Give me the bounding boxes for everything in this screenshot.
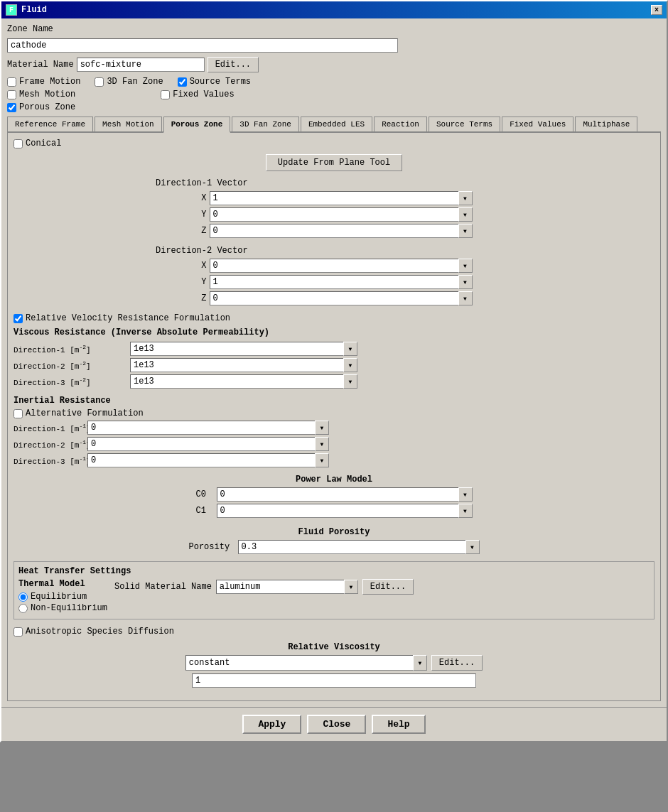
- solid-material-input[interactable]: [216, 580, 344, 594]
- direction1-y-input[interactable]: [210, 207, 458, 222]
- power-c0-input-container: ▼: [217, 487, 473, 502]
- tab-mesh-motion[interactable]: Mesh Motion: [95, 117, 162, 131]
- tab-3d-fan-zone[interactable]: 3D Fan Zone: [232, 117, 299, 131]
- relative-viscosity-dropdown-btn[interactable]: ▼: [413, 655, 427, 671]
- conical-check[interactable]: [14, 139, 23, 148]
- direction2-z-dropdown-btn[interactable]: ▼: [458, 291, 473, 305]
- power-c0-label: C0: [196, 489, 214, 499]
- power-c0-row: C0 ▼: [196, 487, 473, 502]
- tab-fixed-values[interactable]: Fixed Values: [502, 117, 573, 131]
- 3d-fan-zone-check[interactable]: [95, 77, 104, 87]
- update-from-plane-tool-button[interactable]: Update From Plane Tool: [266, 154, 402, 171]
- equilibrium-radio[interactable]: [18, 592, 28, 602]
- fluid-dialog: F Fluid × Zone Name Material Name Edit..…: [0, 0, 668, 742]
- inertial-dir1-dropdown-btn[interactable]: ▼: [315, 421, 329, 435]
- solid-material-dropdown-btn[interactable]: ▼: [344, 580, 358, 594]
- direction1-y-dropdown-btn[interactable]: ▼: [458, 207, 473, 222]
- porous-zone-check[interactable]: [7, 103, 16, 112]
- direction2-x-row: X ▼: [196, 259, 473, 273]
- fixed-values-label: Fixed Values: [173, 90, 234, 99]
- fixed-values-check[interactable]: [161, 90, 170, 99]
- viscous-dir2-dropdown-btn[interactable]: ▼: [343, 358, 357, 372]
- zone-name-input-row: [7, 38, 661, 53]
- inertial-dir2-dropdown-btn[interactable]: ▼: [315, 437, 329, 451]
- viscous-dir3-row: Direction-3 [m-2] ▼: [14, 374, 654, 389]
- inertial-dir2-input-container: ▼: [87, 437, 329, 451]
- apply-button[interactable]: Apply: [242, 715, 301, 734]
- mesh-motion-check[interactable]: [7, 90, 16, 99]
- porosity-input[interactable]: [238, 540, 465, 554]
- close-icon[interactable]: ×: [651, 5, 662, 15]
- direction1-x-row: X ▼: [196, 191, 473, 205]
- direction1-x-dropdown-btn[interactable]: ▼: [458, 191, 473, 205]
- direction2-y-dropdown-btn[interactable]: ▼: [458, 275, 473, 289]
- viscous-dir1-dropdown-btn[interactable]: ▼: [343, 342, 357, 356]
- viscous-dir1-input[interactable]: [130, 342, 343, 356]
- material-input[interactable]: [77, 58, 205, 72]
- direction1-z-dropdown-btn[interactable]: ▼: [458, 224, 473, 238]
- close-button[interactable]: Close: [307, 715, 366, 734]
- thermal-row: Thermal Model Equilibrium Non-Equilibriu…: [18, 579, 650, 615]
- inertial-dir3-row: Direction-3 [m-1] ▼: [14, 453, 654, 467]
- relative-viscosity-section: Relative Viscosity ▼ Edit...: [14, 642, 654, 688]
- anisotropic-check[interactable]: [14, 627, 23, 637]
- direction1-z-input-container: ▼: [210, 224, 473, 238]
- inertial-dir3-dropdown-btn[interactable]: ▼: [315, 453, 329, 467]
- viscous-dir2-input[interactable]: [130, 358, 343, 372]
- direction1-x-input-container: ▼: [210, 191, 473, 205]
- source-terms-check[interactable]: [178, 77, 187, 87]
- direction2-x-input-container: ▼: [210, 259, 473, 273]
- relative-viscosity-edit-button[interactable]: Edit...: [431, 655, 483, 671]
- material-label: Material Name: [7, 60, 74, 70]
- 3d-fan-zone-label: 3D Fan Zone: [107, 77, 163, 87]
- viscous-dir3-label: Direction-3 [m-2]: [14, 377, 127, 387]
- inertial-dir3-input[interactable]: [87, 453, 315, 467]
- power-c1-dropdown-btn[interactable]: ▼: [458, 504, 473, 518]
- tab-reference-frame[interactable]: Reference Frame: [7, 117, 93, 131]
- relative-viscosity-dropdown-input[interactable]: [185, 655, 413, 671]
- dialog-content: Zone Name Material Name Edit... Frame Mo…: [1, 18, 667, 707]
- direction2-y-row: Y ▼: [196, 275, 473, 289]
- solid-material-edit-button[interactable]: Edit...: [362, 579, 414, 595]
- viscous-dir3-input[interactable]: [130, 374, 343, 389]
- tab-embedded-les[interactable]: Embedded LES: [301, 117, 372, 131]
- 3d-fan-zone-checkbox: 3D Fan Zone: [95, 77, 163, 87]
- zone-name-input[interactable]: [7, 38, 398, 53]
- non-equilibrium-radio-item: Non-Equilibrium: [18, 603, 107, 613]
- alt-formulation-check[interactable]: [14, 409, 23, 418]
- relative-velocity-check[interactable]: [14, 314, 23, 323]
- relative-viscosity-value-input[interactable]: [192, 673, 476, 688]
- direction2-y-input[interactable]: [210, 275, 458, 289]
- solid-material-dropdown: ▼: [216, 580, 358, 594]
- inertial-dir1-label: Direction-1 [m-1]: [14, 423, 85, 433]
- update-btn-row: Update From Plane Tool: [14, 154, 654, 171]
- tab-porous-zone[interactable]: Porous Zone: [163, 117, 231, 133]
- inertial-dir2-input[interactable]: [87, 437, 315, 451]
- tab-source-terms[interactable]: Source Terms: [429, 117, 500, 131]
- porosity-input-container: ▼: [238, 540, 480, 554]
- power-c1-input[interactable]: [217, 504, 458, 518]
- direction1-x-input[interactable]: [210, 191, 458, 205]
- inertial-dir1-input[interactable]: [87, 421, 315, 435]
- direction2-x-input[interactable]: [210, 259, 458, 273]
- porosity-dropdown-btn[interactable]: ▼: [465, 540, 480, 554]
- inertial-dir2-label: Direction-2 [m-1]: [14, 439, 85, 450]
- direction1-z-row: Z ▼: [196, 224, 473, 238]
- direction2-x-dropdown-btn[interactable]: ▼: [458, 259, 473, 273]
- frame-motion-check[interactable]: [7, 77, 16, 87]
- tab-reaction[interactable]: Reaction: [374, 117, 427, 131]
- power-c1-input-container: ▼: [217, 504, 473, 518]
- viscous-dir3-dropdown-btn[interactable]: ▼: [343, 374, 357, 389]
- direction1-z-input[interactable]: [210, 224, 458, 238]
- anisotropic-label: Anisotropic Species Diffusion: [26, 627, 174, 637]
- help-button[interactable]: Help: [372, 715, 425, 734]
- window-title: Fluid: [21, 5, 47, 15]
- material-edit-button[interactable]: Edit...: [208, 57, 259, 72]
- tab-multiphase[interactable]: Multiphase: [575, 117, 637, 131]
- non-equilibrium-radio[interactable]: [18, 604, 28, 613]
- power-c0-input[interactable]: [217, 487, 458, 502]
- inertial-dir3-label: Direction-3 [m-1]: [14, 455, 85, 466]
- direction2-z-input[interactable]: [210, 291, 458, 305]
- power-c0-dropdown-btn[interactable]: ▼: [458, 487, 473, 502]
- title-bar: F Fluid ×: [1, 1, 667, 18]
